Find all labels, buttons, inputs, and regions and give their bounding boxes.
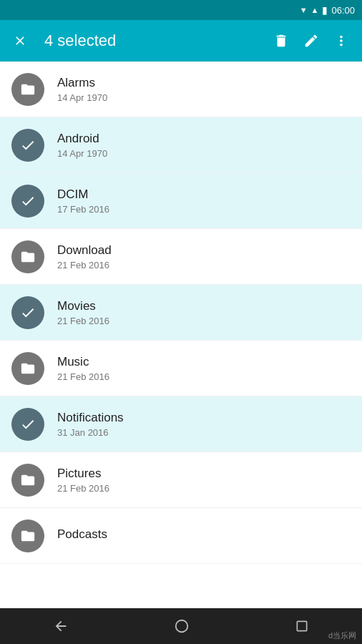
action-bar: 4 selected (0, 20, 362, 62)
checked-icon-dcim (11, 185, 44, 218)
file-name-dcim: DCIM (57, 187, 109, 203)
more-options-button[interactable] (328, 27, 355, 54)
file-item-alarms[interactable]: Alarms14 Apr 1970 (0, 62, 362, 117)
nav-bar: d当乐网 (0, 608, 362, 644)
file-item-android[interactable]: Android14 Apr 1970 (0, 117, 362, 173)
file-date-download: 21 Feb 2016 (57, 260, 112, 270)
signal-icon (311, 5, 319, 15)
home-button[interactable] (160, 613, 204, 640)
wifi-icon (300, 5, 308, 15)
file-info-android: Android14 Apr 1970 (57, 131, 107, 159)
file-list: Alarms14 Apr 1970Android14 Apr 1970DCIM1… (0, 62, 362, 608)
file-info-download: Download21 Feb 2016 (57, 243, 112, 270)
status-bar: 06:00 (0, 0, 362, 20)
file-name-download: Download (57, 243, 112, 258)
folder-icon-podcasts (11, 519, 44, 552)
file-date-music: 21 Feb 2016 (57, 371, 109, 382)
file-item-podcasts[interactable]: Podcasts (0, 508, 362, 564)
file-date-android: 14 Apr 1970 (57, 148, 107, 159)
watermark: d当乐网 (328, 630, 356, 641)
file-date-dcim: 17 Feb 2016 (57, 204, 109, 215)
delete-button[interactable] (268, 27, 295, 54)
folder-icon-pictures (11, 464, 44, 497)
file-name-android: Android (57, 131, 107, 147)
file-info-music: Music21 Feb 2016 (57, 354, 109, 382)
status-time: 06:00 (331, 5, 355, 16)
file-name-music: Music (57, 354, 109, 370)
file-item-notifications[interactable]: Notifications31 Jan 2016 (0, 396, 362, 452)
file-name-movies: Movies (57, 298, 109, 314)
close-button[interactable] (7, 28, 33, 54)
file-item-music[interactable]: Music21 Feb 2016 (0, 341, 362, 396)
file-date-movies: 21 Feb 2016 (57, 316, 109, 326)
folder-icon-download (11, 240, 44, 273)
file-info-movies: Movies21 Feb 2016 (57, 298, 109, 326)
file-name-podcasts: Podcasts (57, 527, 107, 542)
file-date-alarms: 14 Apr 1970 (57, 92, 107, 103)
file-info-alarms: Alarms14 Apr 1970 (57, 75, 107, 103)
checked-icon-notifications (11, 408, 44, 441)
status-icons: 06:00 (300, 4, 355, 16)
checked-icon-android (11, 129, 44, 162)
action-icons (268, 27, 355, 54)
folder-icon-music (11, 352, 44, 385)
file-item-dcim[interactable]: DCIM17 Feb 2016 (0, 173, 362, 229)
file-info-podcasts: Podcasts (57, 527, 107, 544)
back-button[interactable] (39, 613, 83, 640)
file-info-dcim: DCIM17 Feb 2016 (57, 187, 109, 215)
file-date-notifications: 31 Jan 2016 (57, 427, 124, 438)
battery-icon (322, 4, 328, 16)
file-name-pictures: Pictures (57, 466, 109, 482)
file-name-notifications: Notifications (57, 410, 124, 426)
file-info-notifications: Notifications31 Jan 2016 (57, 410, 124, 438)
recents-button[interactable] (280, 613, 323, 639)
svg-point-0 (176, 620, 188, 633)
edit-button[interactable] (298, 27, 325, 54)
file-item-download[interactable]: Download21 Feb 2016 (0, 229, 362, 285)
file-date-pictures: 21 Feb 2016 (57, 483, 109, 494)
folder-icon-alarms (11, 73, 44, 106)
file-item-movies[interactable]: Movies21 Feb 2016 (0, 285, 362, 341)
file-info-pictures: Pictures21 Feb 2016 (57, 466, 109, 494)
selected-count: 4 selected (44, 31, 256, 50)
file-name-alarms: Alarms (57, 75, 107, 91)
file-item-pictures[interactable]: Pictures21 Feb 2016 (0, 452, 362, 508)
checked-icon-movies (11, 296, 44, 329)
svg-rect-1 (298, 621, 307, 630)
